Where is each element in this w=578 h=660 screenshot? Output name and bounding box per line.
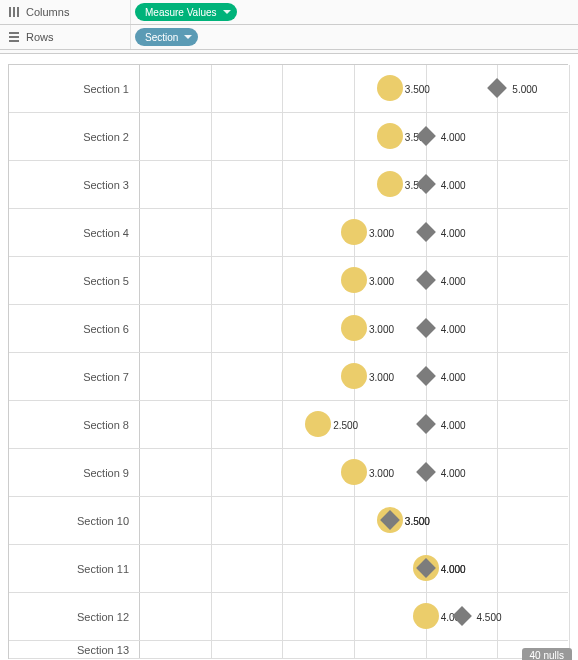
- mark-diamond[interactable]: [414, 412, 438, 438]
- columns-pill-measure-values[interactable]: Measure Values: [135, 3, 237, 21]
- chevron-down-icon: [184, 35, 192, 39]
- mark-value-label: 2.500: [333, 419, 358, 430]
- svg-rect-4: [9, 36, 19, 38]
- mark-circle[interactable]: [340, 266, 368, 296]
- svg-rect-5: [9, 40, 19, 42]
- mark-value-label: 4.000: [441, 131, 466, 142]
- mark-diamond[interactable]: [414, 172, 438, 198]
- row-label: Section 3: [9, 179, 139, 191]
- pill-label: Section: [145, 32, 178, 43]
- mark-value-label: 4.000: [441, 179, 466, 190]
- gridline: [569, 65, 570, 659]
- pill-label: Measure Values: [145, 7, 217, 18]
- rows-icon: [8, 31, 20, 43]
- columns-icon: [8, 6, 20, 18]
- svg-point-20: [305, 411, 331, 437]
- row-label: Section 10: [9, 515, 139, 527]
- svg-rect-9: [416, 126, 436, 146]
- svg-rect-15: [416, 270, 436, 290]
- row-label: Section 4: [9, 227, 139, 239]
- chart-row: Section 23.5004.000: [9, 113, 568, 161]
- mark-circle[interactable]: [340, 458, 368, 488]
- mark-circle[interactable]: [340, 314, 368, 344]
- svg-rect-0: [9, 7, 11, 17]
- rows-pill-section[interactable]: Section: [135, 28, 198, 46]
- svg-rect-11: [416, 174, 436, 194]
- row-label: Section 11: [9, 563, 139, 575]
- mark-diamond[interactable]: [414, 556, 438, 582]
- mark-value-label: 3.000: [369, 467, 394, 478]
- mark-value-label: 3.000: [369, 275, 394, 286]
- mark-circle[interactable]: [304, 410, 332, 440]
- chart-area: Section 13.5005.000Section 23.5004.000Se…: [0, 54, 578, 660]
- mark-circle[interactable]: [340, 362, 368, 392]
- svg-rect-21: [416, 414, 436, 434]
- row-label: Section 5: [9, 275, 139, 287]
- svg-rect-17: [416, 318, 436, 338]
- chart-row: Section 73.0004.000: [9, 353, 568, 401]
- mark-diamond[interactable]: [414, 220, 438, 246]
- svg-point-18: [341, 363, 367, 389]
- mark-diamond[interactable]: [378, 508, 402, 534]
- mark-diamond[interactable]: [485, 76, 509, 102]
- chart-row: Section 82.5004.000: [9, 401, 568, 449]
- row-label: Section 6: [9, 323, 139, 335]
- chart-row: Section 43.0004.000: [9, 209, 568, 257]
- svg-rect-2: [17, 7, 19, 17]
- chart-row: Section 63.0004.000: [9, 305, 568, 353]
- mark-diamond[interactable]: [414, 316, 438, 342]
- mark-diamond[interactable]: [414, 460, 438, 486]
- svg-rect-13: [416, 222, 436, 242]
- svg-rect-19: [416, 366, 436, 386]
- nulls-indicator[interactable]: 40 nulls: [522, 648, 572, 660]
- mark-diamond[interactable]: [414, 364, 438, 390]
- chart-row: Section 124.0004.500: [9, 593, 568, 641]
- svg-rect-3: [9, 32, 19, 34]
- svg-point-6: [377, 75, 403, 101]
- mark-circle[interactable]: [376, 170, 404, 200]
- row-label: Section 12: [9, 611, 139, 623]
- mark-value-label: 4.500: [477, 611, 502, 622]
- svg-point-14: [341, 267, 367, 293]
- columns-shelf: Columns Measure Values: [0, 0, 578, 25]
- chevron-down-icon: [223, 10, 231, 14]
- chart-row: Section 33.5004.000: [9, 161, 568, 209]
- row-label: Section 9: [9, 467, 139, 479]
- chart-row: Section 103.5003.500: [9, 497, 568, 545]
- mark-diamond[interactable]: [414, 124, 438, 150]
- columns-label: Columns: [26, 6, 69, 18]
- mark-value-label: 3.500: [405, 83, 430, 94]
- svg-rect-23: [416, 462, 436, 482]
- mark-value-label: 4.000: [441, 467, 466, 478]
- mark-circle[interactable]: [376, 74, 404, 104]
- mark-value-label: 3.500: [405, 515, 430, 526]
- svg-point-16: [341, 315, 367, 341]
- mark-diamond[interactable]: [414, 268, 438, 294]
- row-label: Section 2: [9, 131, 139, 143]
- chart-row: Section 93.0004.000: [9, 449, 568, 497]
- svg-rect-25: [380, 510, 400, 530]
- svg-rect-29: [452, 606, 472, 626]
- mark-circle[interactable]: [376, 122, 404, 152]
- svg-point-12: [341, 219, 367, 245]
- rows-shelf: Rows Section: [0, 25, 578, 50]
- mark-value-label: 4.000: [441, 275, 466, 286]
- svg-point-28: [413, 603, 439, 629]
- chart-row: Section 13.5005.000: [9, 65, 568, 113]
- mark-value-label: 3.000: [369, 227, 394, 238]
- row-label: Section 13: [9, 644, 139, 656]
- mark-value-label: 3.000: [369, 371, 394, 382]
- mark-diamond[interactable]: [450, 604, 474, 630]
- svg-point-8: [377, 123, 403, 149]
- mark-circle[interactable]: [412, 602, 440, 632]
- row-label: Section 7: [9, 371, 139, 383]
- svg-rect-1: [13, 7, 15, 17]
- mark-circle[interactable]: [340, 218, 368, 248]
- mark-value-label: 4.000: [441, 227, 466, 238]
- row-label: Section 1: [9, 83, 139, 95]
- chart-row: Section 114.0004.000: [9, 545, 568, 593]
- mark-value-label: 4.000: [441, 563, 466, 574]
- mark-value-label: 4.000: [441, 323, 466, 334]
- svg-point-22: [341, 459, 367, 485]
- mark-value-label: 4.000: [441, 371, 466, 382]
